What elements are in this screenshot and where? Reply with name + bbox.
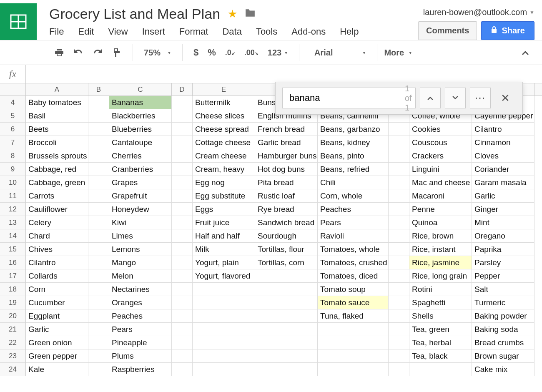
cell-C9[interactable]: Cranberries (109, 163, 172, 176)
cell-C10[interactable]: Grapes (109, 176, 172, 189)
cell-H16[interactable] (389, 256, 409, 269)
cell-C17[interactable]: Melon (109, 269, 172, 283)
print-icon[interactable] (54, 48, 64, 58)
row-header-17[interactable]: 17 (0, 269, 26, 283)
row-header-11[interactable]: 11 (0, 189, 26, 203)
cell-F18[interactable] (255, 283, 318, 296)
undo-icon[interactable] (73, 48, 83, 58)
cell-C19[interactable]: Oranges (109, 296, 172, 309)
cell-E23[interactable] (193, 349, 255, 363)
menu-edit[interactable]: Edit (78, 26, 94, 37)
cell-I15[interactable]: Rice, instant (409, 243, 472, 256)
cell-H15[interactable] (389, 243, 409, 256)
cell-G12[interactable]: Peaches (318, 203, 389, 216)
cell-E4[interactable]: Buttermilk (193, 96, 255, 109)
cell-E22[interactable] (193, 336, 255, 349)
cell-D8[interactable] (172, 149, 193, 163)
cell-F20[interactable] (255, 309, 318, 323)
cell-H12[interactable] (389, 203, 409, 216)
cell-A8[interactable]: Brussels sprouts (26, 149, 88, 163)
cell-H14[interactable] (389, 229, 409, 243)
cell-H18[interactable] (389, 283, 409, 296)
cell-E11[interactable]: Egg substitute (193, 189, 255, 203)
cell-D21[interactable] (172, 323, 193, 336)
cell-C11[interactable]: Grapefruit (109, 189, 172, 203)
cell-D4[interactable] (172, 96, 193, 109)
find-input[interactable] (289, 92, 405, 104)
row-header-8[interactable]: 8 (0, 149, 26, 163)
find-next-button[interactable] (445, 88, 466, 108)
increase-decimal-button[interactable]: .00↘ (244, 48, 258, 57)
cell-F22[interactable] (255, 336, 318, 349)
cell-E10[interactable]: Egg nog (193, 176, 255, 189)
cell-G20[interactable]: Tuna, flaked (318, 309, 389, 323)
cell-J17[interactable]: Pepper (472, 269, 534, 283)
menu-data[interactable]: Data (222, 26, 241, 37)
row-header-9[interactable]: 9 (0, 163, 26, 176)
cell-J14[interactable]: Oregano (472, 229, 534, 243)
percent-format-button[interactable]: % (208, 47, 216, 58)
cell-C14[interactable]: Limes (109, 229, 172, 243)
cell-J6[interactable]: Cilantro (472, 123, 534, 136)
cell-G8[interactable]: Beans, pinto (318, 149, 389, 163)
cell-J8[interactable]: Cloves (472, 149, 534, 163)
cell-D22[interactable] (172, 336, 193, 349)
cell-B4[interactable] (88, 96, 109, 109)
cell-D6[interactable] (172, 123, 193, 136)
cell-B5[interactable] (88, 109, 109, 123)
row-header-23[interactable]: 23 (0, 349, 26, 363)
cell-H9[interactable] (389, 163, 409, 176)
cell-F9[interactable]: Hot dog buns (255, 163, 318, 176)
cell-G23[interactable] (318, 349, 389, 363)
cell-B22[interactable] (88, 336, 109, 349)
cell-I8[interactable]: Crackers (409, 149, 472, 163)
cell-G11[interactable]: Corn, whole (318, 189, 389, 203)
document-title[interactable]: Grocery List and Meal Plan (49, 6, 220, 22)
cell-D12[interactable] (172, 203, 193, 216)
cell-G13[interactable]: Pears (318, 216, 389, 229)
cell-C12[interactable]: Honeydew (109, 203, 172, 216)
cell-D7[interactable] (172, 136, 193, 149)
cell-G19[interactable]: Tomato sauce (318, 296, 389, 309)
cell-A23[interactable]: Green pepper (26, 349, 88, 363)
col-header-A[interactable]: A (26, 83, 88, 95)
cell-A11[interactable]: Carrots (26, 189, 88, 203)
cell-B19[interactable] (88, 296, 109, 309)
cell-E8[interactable]: Cream cheese (193, 149, 255, 163)
cell-F6[interactable]: French bread (255, 123, 318, 136)
cell-B21[interactable] (88, 323, 109, 336)
row-header-22[interactable]: 22 (0, 336, 26, 349)
cell-J12[interactable]: Ginger (472, 203, 534, 216)
cell-A10[interactable]: Cabbage, green (26, 176, 88, 189)
cell-D11[interactable] (172, 189, 193, 203)
cell-E16[interactable]: Yogurt, plain (193, 256, 255, 269)
row-header-14[interactable]: 14 (0, 229, 26, 243)
row-header-5[interactable]: 5 (0, 109, 26, 123)
cell-I9[interactable]: Linguini (409, 163, 472, 176)
cell-E5[interactable]: Cheese slices (193, 109, 255, 123)
cell-B13[interactable] (88, 216, 109, 229)
cell-H23[interactable] (389, 349, 409, 363)
cell-A24[interactable]: Kale (26, 363, 88, 376)
cell-J19[interactable]: Turmeric (472, 296, 534, 309)
menu-format[interactable]: Format (179, 26, 208, 37)
cell-D13[interactable] (172, 216, 193, 229)
cell-E17[interactable]: Yogurt, flavored (193, 269, 255, 283)
cell-H6[interactable] (389, 123, 409, 136)
redo-icon[interactable] (93, 48, 103, 58)
cell-F12[interactable]: Rye bread (255, 203, 318, 216)
cell-G15[interactable]: Tomatoes, whole (318, 243, 389, 256)
find-options-button[interactable]: ⋯ (470, 88, 491, 108)
cell-A14[interactable]: Chard (26, 229, 88, 243)
cell-I16[interactable]: Rice, jasmine (409, 256, 472, 269)
cell-A22[interactable]: Green onion (26, 336, 88, 349)
cell-I14[interactable]: Rice, brown (409, 229, 472, 243)
cell-F17[interactable] (255, 269, 318, 283)
cell-A15[interactable]: Chives (26, 243, 88, 256)
cell-A13[interactable]: Celery (26, 216, 88, 229)
cell-J7[interactable]: Cinnamon (472, 136, 534, 149)
cell-D14[interactable] (172, 229, 193, 243)
cell-I6[interactable]: Cookies (409, 123, 472, 136)
cell-J15[interactable]: Paprika (472, 243, 534, 256)
row-header-21[interactable]: 21 (0, 323, 26, 336)
